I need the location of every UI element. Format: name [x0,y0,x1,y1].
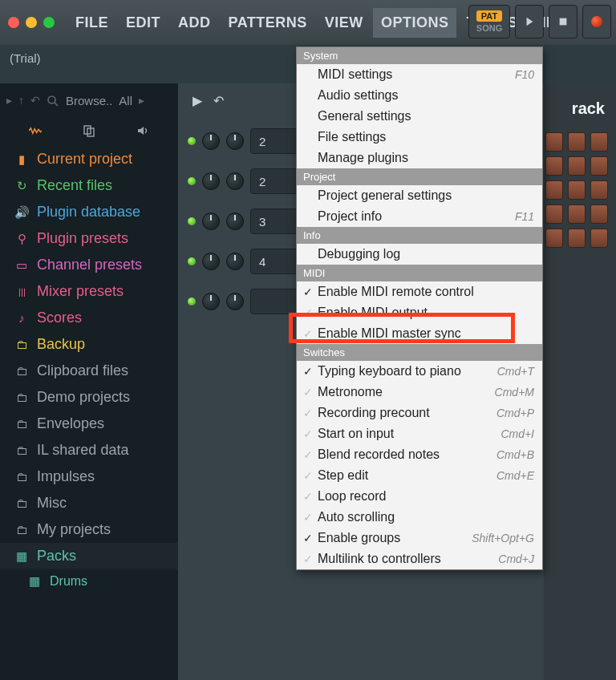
waveform-icon[interactable] [29,123,42,137]
sidebar-item[interactable]: 🗀Backup [0,331,178,358]
item-loop-record[interactable]: ✓Loop record [297,486,542,507]
search-icon[interactable] [47,93,59,107]
item-metronome[interactable]: ✓MetronomeCmd+M [297,382,542,403]
undo-icon[interactable]: ↶ [30,94,40,107]
play-icon[interactable]: ▶ [192,93,202,108]
sidebar-item-packs[interactable]: ▦Packs [0,543,178,569]
shortcut-label: Cmd+E [496,469,534,482]
sidebar-item[interactable]: ↻Recent files [0,172,178,199]
item-step-edit[interactable]: ✓Step editCmd+E [297,465,542,486]
item-enable-midi-output[interactable]: ✓Enable MIDI output [297,302,542,323]
sidebar-item[interactable]: 🗀Clipboard files [0,358,178,384]
step-pad[interactable] [590,156,608,176]
item-audio-settings[interactable]: Audio settings [297,85,542,106]
step-pad[interactable] [590,132,608,152]
item-multilink[interactable]: ✓Multilink to controllersCmd+J [297,548,542,569]
pan-knob[interactable] [202,132,220,150]
item-enable-groups[interactable]: ✓Enable groupsShift+Opt+G [297,528,542,548]
section-info: Info [297,227,542,244]
chevron-right-icon[interactable]: ▸ [6,94,12,107]
check-icon: ✓ [302,306,314,319]
sidebar-item[interactable]: ▮Current project [0,146,178,172]
svg-line-2 [55,103,58,106]
vol-knob[interactable] [226,132,244,150]
minimize-window-button[interactable] [26,17,37,28]
vol-knob[interactable] [226,253,244,270]
up-arrow-icon[interactable]: ↑ [18,94,24,107]
item-enable-midi-sync[interactable]: ✓Enable MIDI master sync [297,323,542,344]
browser-filter-all[interactable]: All [119,94,132,107]
vol-knob[interactable] [226,172,244,190]
sidebar-item[interactable]: 🗀IL shared data [0,437,178,463]
sidebar-item[interactable]: 🔊Plugin database [0,199,178,225]
sidebar-item-drums[interactable]: ▦Drums [0,569,178,593]
item-midi-settings[interactable]: MIDI settingsF10 [297,64,542,85]
menu-options[interactable]: OPTIONS [373,8,457,38]
pan-knob[interactable] [202,212,220,230]
chevron-right-icon[interactable]: ▸ [139,94,144,107]
step-pad[interactable] [568,156,586,176]
channel-led[interactable] [188,257,196,265]
item-recording-precount[interactable]: ✓Recording precountCmd+P [297,403,542,423]
menu-add[interactable]: ADD [170,8,219,38]
sidebar-item[interactable]: ⚲Plugin presets [0,225,178,252]
item-project-general[interactable]: Project general settings [297,185,542,206]
pan-knob[interactable] [202,293,220,310]
speaker-icon[interactable] [136,123,149,137]
item-blend-notes[interactable]: ✓Blend recorded notesCmd+B [297,444,542,465]
sidebar-item[interactable]: 🗀Impulses [0,463,178,490]
channel-led[interactable] [188,298,196,306]
pan-knob[interactable] [202,172,220,190]
sidebar-item[interactable]: ▭Channel presets [0,252,178,278]
step-pad[interactable] [568,132,586,152]
menu-view[interactable]: VIEW [317,8,371,38]
maximize-window-button[interactable] [43,17,55,28]
channel-led[interactable] [188,137,196,145]
step-pad[interactable] [545,156,563,176]
channel-led[interactable] [188,217,196,225]
sidebar-item[interactable]: 🗀Demo projects [0,384,178,411]
item-file-settings[interactable]: File settings [297,127,542,148]
play-button[interactable] [515,5,544,38]
vol-knob[interactable] [226,212,244,230]
pan-knob[interactable] [202,253,220,270]
menu-file[interactable]: FILE [67,8,116,38]
undo-icon[interactable]: ↶ [213,93,224,108]
step-pad[interactable] [590,229,608,248]
browser-nav-list: ▮Current project ↻Recent files 🔊Plugin d… [0,143,178,680]
step-pad[interactable] [545,229,563,248]
item-manage-plugins[interactable]: Manage plugins [297,148,542,168]
step-pad[interactable] [545,204,563,224]
menu-edit[interactable]: EDIT [118,8,168,38]
close-window-button[interactable] [8,17,19,28]
step-pad[interactable] [545,180,563,200]
step-pad[interactable] [568,229,586,248]
record-button[interactable] [582,5,611,38]
stop-button[interactable] [549,5,578,38]
sidebar-item[interactable]: ⫼Mixer presets [0,278,178,305]
step-pad[interactable] [590,180,608,200]
sidebar-item[interactable]: 🗀Misc [0,490,178,516]
item-enable-midi-remote[interactable]: ✓Enable MIDI remote control [297,281,542,302]
step-pad[interactable] [545,132,563,152]
check-icon: ✓ [302,427,314,440]
item-debug-log[interactable]: Debugging log [297,244,542,265]
check-icon: ✓ [302,327,314,340]
vol-knob[interactable] [226,293,244,310]
menu-patterns[interactable]: PATTERNS [221,8,315,38]
sidebar-item[interactable]: 🗀My projects [0,516,178,543]
step-pad[interactable] [568,180,586,200]
item-general-settings[interactable]: General settings [297,106,542,127]
item-project-info[interactable]: Project infoF11 [297,206,542,227]
item-auto-scrolling[interactable]: ✓Auto scrolling [297,507,542,528]
pat-song-toggle[interactable]: PAT SONG [468,5,510,38]
channel-led[interactable] [188,177,196,185]
step-pad[interactable] [590,204,608,224]
copy-icon[interactable] [83,123,95,137]
sidebar-item[interactable]: ♪Scores [0,305,178,331]
step-pad[interactable] [568,204,586,224]
item-typing-piano[interactable]: ✓Typing keyboard to pianoCmd+T [297,361,542,382]
box-icon: ▦ [27,574,42,589]
item-start-on-input[interactable]: ✓Start on inputCmd+I [297,423,542,444]
sidebar-item[interactable]: 🗀Envelopes [0,411,178,437]
